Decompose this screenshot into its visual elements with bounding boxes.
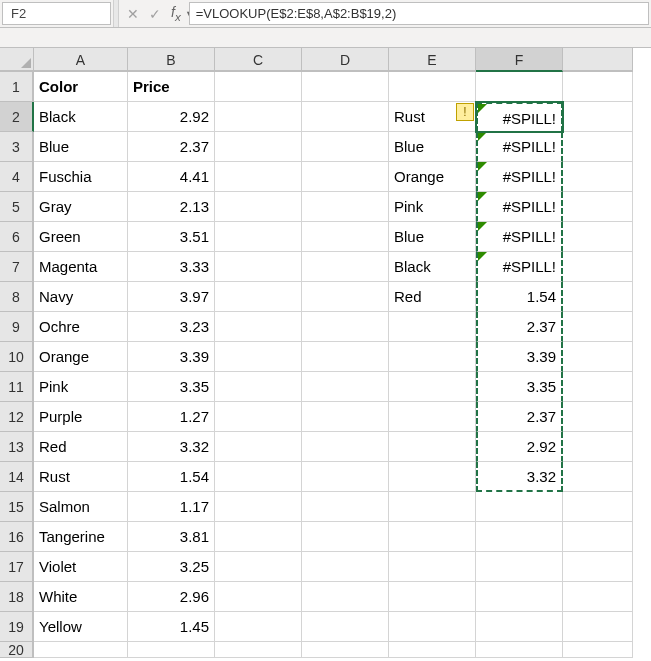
cell-D18[interactable] (302, 582, 389, 612)
row-header-11[interactable]: 11 (0, 372, 34, 402)
cell-G15[interactable] (563, 492, 633, 522)
cell-C5[interactable] (215, 192, 302, 222)
cell-C18[interactable] (215, 582, 302, 612)
cell-F15[interactable] (476, 492, 563, 522)
cell-F5[interactable]: #SPILL! (476, 192, 563, 222)
cell-B1[interactable]: Price (128, 72, 215, 102)
cell-G9[interactable] (563, 312, 633, 342)
cell-E19[interactable] (389, 612, 476, 642)
cell-A12[interactable]: Purple (34, 402, 128, 432)
cell-C19[interactable] (215, 612, 302, 642)
formula-input[interactable]: =VLOOKUP(E$2:E$8,A$2:B$19,2) (189, 2, 649, 25)
cell-C20[interactable] (215, 642, 302, 658)
cell-E11[interactable] (389, 372, 476, 402)
cell-B12[interactable]: 1.27 (128, 402, 215, 432)
cell-G8[interactable] (563, 282, 633, 312)
row-header-19[interactable]: 19 (0, 612, 34, 642)
spreadsheet-grid[interactable]: A B C D E F 1 Color Price 2 Black 2.92 R… (0, 48, 651, 658)
cell-F8[interactable]: 1.54 (476, 282, 563, 312)
cell-A13[interactable]: Red (34, 432, 128, 462)
col-header-F[interactable]: F (476, 48, 563, 72)
cell-D8[interactable] (302, 282, 389, 312)
cell-B19[interactable]: 1.45 (128, 612, 215, 642)
cell-D16[interactable] (302, 522, 389, 552)
cell-B9[interactable]: 3.23 (128, 312, 215, 342)
cell-D12[interactable] (302, 402, 389, 432)
cell-G2[interactable] (563, 102, 633, 132)
cell-C9[interactable] (215, 312, 302, 342)
name-box[interactable]: ▼ (2, 2, 111, 25)
row-header-1[interactable]: 1 (0, 72, 34, 102)
cell-A5[interactable]: Gray (34, 192, 128, 222)
cell-G5[interactable] (563, 192, 633, 222)
row-header-4[interactable]: 4 (0, 162, 34, 192)
cell-B14[interactable]: 1.54 (128, 462, 215, 492)
cell-F4[interactable]: #SPILL! (476, 162, 563, 192)
cell-C2[interactable] (215, 102, 302, 132)
warning-icon[interactable]: ! (456, 103, 474, 121)
col-header-blank[interactable] (563, 48, 633, 72)
cell-E1[interactable] (389, 72, 476, 102)
col-header-E[interactable]: E (389, 48, 476, 72)
fx-icon[interactable]: fx (171, 5, 181, 22)
cell-D3[interactable] (302, 132, 389, 162)
cell-E16[interactable] (389, 522, 476, 552)
cell-A6[interactable]: Green (34, 222, 128, 252)
row-header-16[interactable]: 16 (0, 522, 34, 552)
row-header-17[interactable]: 17 (0, 552, 34, 582)
col-header-D[interactable]: D (302, 48, 389, 72)
cell-F14[interactable]: 3.32 (476, 462, 563, 492)
cell-D6[interactable] (302, 222, 389, 252)
cell-B18[interactable]: 2.96 (128, 582, 215, 612)
cell-A3[interactable]: Blue (34, 132, 128, 162)
cell-G3[interactable] (563, 132, 633, 162)
cell-E6[interactable]: Blue (389, 222, 476, 252)
cell-E15[interactable] (389, 492, 476, 522)
cell-D19[interactable] (302, 612, 389, 642)
col-header-B[interactable]: B (128, 48, 215, 72)
row-header-9[interactable]: 9 (0, 312, 34, 342)
cell-G10[interactable] (563, 342, 633, 372)
cell-C7[interactable] (215, 252, 302, 282)
cell-E12[interactable] (389, 402, 476, 432)
cell-E17[interactable] (389, 552, 476, 582)
cell-A4[interactable]: Fuschia (34, 162, 128, 192)
cell-F20[interactable] (476, 642, 563, 658)
cell-A18[interactable]: White (34, 582, 128, 612)
cell-C13[interactable] (215, 432, 302, 462)
cell-A19[interactable]: Yellow (34, 612, 128, 642)
cell-F6[interactable]: #SPILL! (476, 222, 563, 252)
cell-E14[interactable] (389, 462, 476, 492)
cell-G13[interactable] (563, 432, 633, 462)
col-header-A[interactable]: A (34, 48, 128, 72)
cell-F2[interactable]: #SPILL! ! (476, 102, 563, 132)
cell-C11[interactable] (215, 372, 302, 402)
cell-D5[interactable] (302, 192, 389, 222)
cell-E10[interactable] (389, 342, 476, 372)
cell-G14[interactable] (563, 462, 633, 492)
cell-D4[interactable] (302, 162, 389, 192)
row-header-7[interactable]: 7 (0, 252, 34, 282)
row-header-8[interactable]: 8 (0, 282, 34, 312)
cell-B17[interactable]: 3.25 (128, 552, 215, 582)
cell-E7[interactable]: Black (389, 252, 476, 282)
cell-F12[interactable]: 2.37 (476, 402, 563, 432)
cell-C16[interactable] (215, 522, 302, 552)
cell-F18[interactable] (476, 582, 563, 612)
row-header-10[interactable]: 10 (0, 342, 34, 372)
cell-B8[interactable]: 3.97 (128, 282, 215, 312)
cell-F3[interactable]: #SPILL! (476, 132, 563, 162)
cell-B13[interactable]: 3.32 (128, 432, 215, 462)
cell-E13[interactable] (389, 432, 476, 462)
cell-B4[interactable]: 4.41 (128, 162, 215, 192)
cell-G18[interactable] (563, 582, 633, 612)
cell-F19[interactable] (476, 612, 563, 642)
cell-G12[interactable] (563, 402, 633, 432)
cell-D2[interactable] (302, 102, 389, 132)
row-header-3[interactable]: 3 (0, 132, 34, 162)
row-header-18[interactable]: 18 (0, 582, 34, 612)
cell-E4[interactable]: Orange (389, 162, 476, 192)
cell-C4[interactable] (215, 162, 302, 192)
cell-B11[interactable]: 3.35 (128, 372, 215, 402)
cell-G11[interactable] (563, 372, 633, 402)
